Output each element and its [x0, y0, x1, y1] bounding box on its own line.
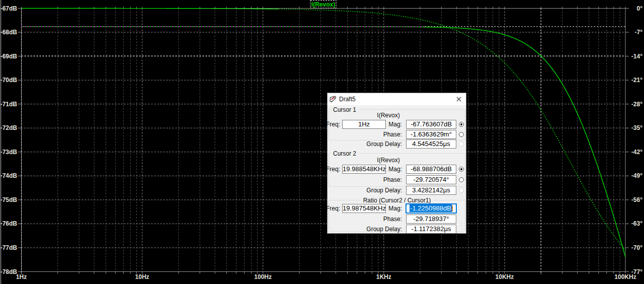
- cursor2-mag-label: Mag:: [388, 166, 402, 173]
- bode-plot[interactable]: -67dB-68dB-69dB-70dB-71dB-72dB-73dB-74dB…: [0, 0, 644, 284]
- cursor1-group-delay-field[interactable]: 4.5454525µs: [406, 139, 456, 149]
- cursor1-mag-radio[interactable]: [459, 122, 464, 127]
- bottom-axis-label: 100KHz: [614, 273, 636, 280]
- cursor2-group-delay-field[interactable]: 3.4282142µs: [406, 186, 456, 195]
- left-axis-label: -78dB: [1, 268, 18, 275]
- cursor1-mag-label: Mag:: [388, 121, 402, 128]
- cursor2-phase-label: Phase:: [383, 176, 402, 183]
- cursor2-group-delay-radio[interactable]: [459, 188, 464, 193]
- left-axis-label: -67dB: [1, 5, 18, 12]
- cursor1-section-label: Cursor 1: [331, 106, 358, 113]
- right-axis-label: -7°: [635, 29, 643, 36]
- ratio-mag-label: Mag:: [388, 205, 402, 212]
- cursor1-mag-field[interactable]: -67.763607dB: [406, 120, 456, 129]
- cursor2-mag-radio[interactable]: [459, 167, 464, 172]
- cursor-dialog[interactable]: Draft5 Cursor 1 I(Revox) Freq: 1Hz Mag: …: [327, 93, 466, 234]
- left-axis-label: -70dB: [1, 77, 18, 84]
- plot-background: [0, 0, 644, 284]
- cursor2-section-label: Cursor 2: [331, 150, 358, 157]
- cursor2-mag-field[interactable]: -68.988706dB: [406, 165, 456, 174]
- ltspice-app-icon: [330, 96, 337, 103]
- bottom-axis-label: 10KHz: [496, 273, 514, 280]
- cursor1-trace-name: I(Revox): [377, 112, 399, 119]
- cursor1-group-delay-radio[interactable]: [459, 141, 464, 147]
- left-axis-label: -68dB: [1, 29, 18, 36]
- bottom-axis-label: 100Hz: [254, 273, 272, 280]
- right-axis-label: -35°: [631, 124, 642, 131]
- right-axis-label: -63°: [631, 220, 642, 227]
- left-axis-label: -74dB: [1, 172, 18, 179]
- right-axis-label: -49°: [631, 172, 642, 179]
- right-axis-label: -28°: [631, 101, 642, 108]
- ratio-freq-field[interactable]: 19.987548KHz: [342, 204, 386, 213]
- cursor1-freq-label: Freq:: [326, 121, 340, 128]
- cursor2-phase-radio[interactable]: [459, 177, 464, 182]
- left-axis-label: -69dB: [1, 53, 18, 60]
- ratio-freq-label: Freq:: [326, 205, 340, 212]
- left-axis-label: -71dB: [1, 101, 18, 108]
- cursor2-group-delay-label: Group Delay:: [366, 187, 402, 194]
- left-axis-label: -76dB: [1, 220, 18, 227]
- cursor1-freq-field[interactable]: 1Hz: [342, 120, 386, 129]
- cursor1-group-delay-label: Group Delay:: [366, 140, 402, 148]
- cursor1-phase-field[interactable]: -1.6363629m°: [406, 130, 456, 139]
- right-axis-label: -21°: [631, 77, 642, 84]
- bottom-axis-label: 1KHz: [376, 273, 391, 280]
- ratio-group-delay-label: Group Delay:: [366, 226, 402, 233]
- trace-label: I(Revox): [311, 1, 335, 8]
- bottom-axis-label: 10Hz: [135, 273, 149, 280]
- ltspice-plot-window: -67dB-68dB-69dB-70dB-71dB-72dB-73dB-74dB…: [0, 0, 644, 284]
- text-caret: [452, 205, 453, 211]
- cursor1-phase-label: Phase:: [383, 131, 402, 138]
- left-axis-label: -73dB: [1, 149, 18, 156]
- ratio-group-delay-field[interactable]: -1.1172382µs: [406, 225, 456, 234]
- right-axis-label: 0°: [637, 5, 643, 12]
- cursor2-phase-field[interactable]: -29.720574°: [406, 175, 456, 184]
- cursor2-freq-label: Freq:: [326, 166, 340, 173]
- cursor1-phase-radio[interactable]: [459, 132, 464, 137]
- cursor2-trace-name: I(Revox): [377, 157, 399, 164]
- close-icon[interactable]: [455, 95, 463, 103]
- ratio-phase-label: Phase:: [383, 216, 402, 223]
- right-axis-label: -14°: [631, 53, 642, 60]
- right-axis-label: -70°: [631, 244, 642, 251]
- ratio-phase-field[interactable]: -29.718937°: [406, 215, 456, 224]
- ratio-mag-selected-text: -1.2250988dB: [410, 204, 452, 212]
- cursor2-freq-field[interactable]: 19.988548KHz: [342, 165, 386, 174]
- ratio-mag-field[interactable]: -1.2250988dB: [406, 203, 457, 214]
- left-axis-label: -75dB: [1, 196, 18, 203]
- dialog-title: Draft5: [339, 96, 356, 103]
- ratio-section-label: Ratio (Cursor2 / Cursor1): [361, 197, 433, 204]
- left-axis-label: -72dB: [1, 124, 18, 131]
- right-axis-label: -42°: [631, 149, 642, 156]
- dialog-titlebar[interactable]: Draft5: [328, 93, 466, 105]
- right-axis-label: -56°: [631, 196, 642, 203]
- left-axis-label: -77dB: [1, 244, 18, 251]
